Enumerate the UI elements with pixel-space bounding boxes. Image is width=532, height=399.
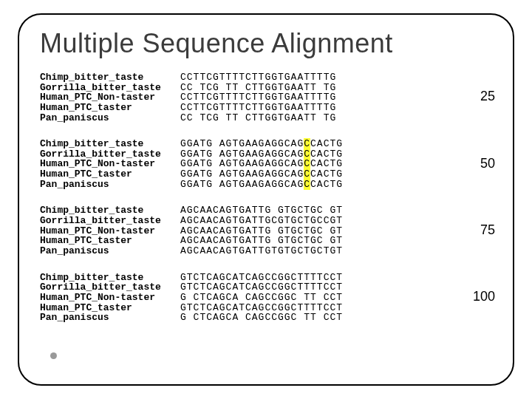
sequence-name: Chimp_bitter_taste — [40, 205, 180, 216]
alignment-row: Gorrilla_bitter_tasteGGATG AGTGAAGAGGCAG… — [40, 149, 492, 160]
sequence-name: Human_PTC_taster — [40, 169, 180, 180]
sequence-name: Human_PTC_Non-taster — [40, 226, 180, 236]
alignment-row: Human_PTC_Non-tasterCCTTCGTTTTCTTGGTGAAT… — [40, 92, 492, 103]
slide: Multiple Sequence Alignment Chimp_bitter… — [0, 0, 532, 399]
sequence-bases: G CTCAGCA CAGCCGGC TT CCT — [180, 313, 343, 323]
position-number: 100 — [473, 290, 495, 304]
sequence-bases: GGATG AGTGAAGAGGCAGCCACTG — [180, 180, 343, 190]
sequence-bases: CC TCG TT CTTGGTGAATT TG — [180, 83, 336, 93]
alignment-row: Gorrilla_bitter_tasteGTCTCAGCATCAGCCGGCT… — [40, 282, 492, 293]
sequence-bases: GGATG AGTGAAGAGGCAGCCACTG — [180, 169, 343, 180]
sequence-name: Pan_paniscus — [40, 246, 180, 256]
sequence-bases: GTCTCAGCATCAGCCGGCTTTTCCT — [180, 282, 343, 293]
alignment-row: Human_PTC_tasterAGCAACAGTGATTG GTGCTGC G… — [40, 236, 492, 246]
sequence-name: Chimp_bitter_taste — [40, 139, 180, 149]
highlighted-base: C — [304, 168, 310, 180]
sequence-name: Human_PTC_taster — [40, 303, 180, 313]
sequence-name: Gorrilla_bitter_taste — [40, 149, 180, 160]
sequence-name: Chimp_bitter_taste — [40, 72, 180, 83]
sequence-bases: G CTCAGCA CAGCCGGC TT CCT — [180, 293, 343, 303]
position-number: 25 — [480, 89, 495, 103]
sequence-bases: AGCAACAGTGATTG GTGCTGC GT — [180, 236, 343, 246]
alignment-row: Chimp_bitter_tasteAGCAACAGTGATTG GTGCTGC… — [40, 205, 492, 216]
sequence-name: Pan_paniscus — [40, 180, 180, 190]
alignment-row: Human_PTC_Non-tasterGGATG AGTGAAGAGGCAGC… — [40, 159, 492, 169]
alignment-row: Gorrilla_bitter_tasteAGCAACAGTGATTGCGTGC… — [40, 216, 492, 226]
sequence-name: Gorrilla_bitter_taste — [40, 282, 180, 293]
sequence-bases: GGATG AGTGAAGAGGCAGCCACTG — [180, 159, 343, 169]
sequence-bases: AGCAACAGTGATTGTGTGCTGCTGT — [180, 246, 343, 256]
sequence-name: Gorrilla_bitter_taste — [40, 83, 180, 93]
sequence-bases: GTCTCAGCATCAGCCGGCTTTTCCT — [180, 273, 343, 283]
sequence-name: Gorrilla_bitter_taste — [40, 216, 180, 226]
alignment-row: Pan_paniscusG CTCAGCA CAGCCGGC TT CCT — [40, 313, 492, 323]
sequence-bases: GGATG AGTGAAGAGGCAGCCACTG — [180, 139, 343, 149]
alignment-block: Chimp_bitter_tasteGGATG AGTGAAGAGGCAGCCA… — [40, 139, 492, 189]
alignment-row: Chimp_bitter_tasteCCTTCGTTTTCTTGGTGAATTT… — [40, 72, 492, 83]
slide-title: Multiple Sequence Alignment — [40, 28, 492, 59]
sequence-bases: AGCAACAGTGATTG GTGCTGC GT — [180, 226, 343, 236]
sequence-name: Pan_paniscus — [40, 313, 180, 323]
alignment-view: Chimp_bitter_tasteCCTTCGTTTTCTTGGTGAATTT… — [40, 72, 492, 323]
position-number: 75 — [480, 223, 495, 237]
sequence-bases: CCTTCGTTTTCTTGGTGAATTTTG — [180, 92, 336, 103]
slide-frame: Multiple Sequence Alignment Chimp_bitter… — [18, 13, 514, 386]
alignment-row: Pan_paniscusCC TCG TT CTTGGTGAATT TG — [40, 113, 492, 123]
alignment-row: Human_PTC_tasterCCTTCGTTTTCTTGGTGAATTTTG — [40, 103, 492, 113]
alignment-row: Human_PTC_Non-tasterG CTCAGCA CAGCCGGC T… — [40, 293, 492, 303]
alignment-row: Human_PTC_tasterGTCTCAGCATCAGCCGGCTTTTCC… — [40, 303, 492, 313]
bullet-dot — [50, 352, 57, 359]
sequence-name: Pan_paniscus — [40, 113, 180, 123]
alignment-row: Chimp_bitter_tasteGGATG AGTGAAGAGGCAGCCA… — [40, 139, 492, 149]
alignment-block: Chimp_bitter_tasteCCTTCGTTTTCTTGGTGAATTT… — [40, 72, 492, 123]
sequence-name: Human_PTC_Non-taster — [40, 293, 180, 303]
alignment-row: Human_PTC_Non-tasterAGCAACAGTGATTG GTGCT… — [40, 226, 492, 236]
sequence-bases: CC TCG TT CTTGGTGAATT TG — [180, 113, 336, 123]
position-number: 50 — [480, 157, 495, 171]
alignment-row: Pan_paniscusAGCAACAGTGATTGTGTGCTGCTGT — [40, 246, 492, 256]
sequence-name: Human_PTC_Non-taster — [40, 159, 180, 169]
sequence-name: Human_PTC_Non-taster — [40, 92, 180, 103]
sequence-bases: GTCTCAGCATCAGCCGGCTTTTCCT — [180, 303, 343, 313]
sequence-name: Human_PTC_taster — [40, 103, 180, 113]
sequence-bases: CCTTCGTTTTCTTGGTGAATTTTG — [180, 72, 336, 83]
sequence-bases: CCTTCGTTTTCTTGGTGAATTTTG — [180, 103, 336, 113]
alignment-row: Pan_paniscusGGATG AGTGAAGAGGCAGCCACTG — [40, 180, 492, 190]
alignment-block: Chimp_bitter_tasteGTCTCAGCATCAGCCGGCTTTT… — [40, 273, 492, 323]
alignment-block: Chimp_bitter_tasteAGCAACAGTGATTG GTGCTGC… — [40, 205, 492, 256]
highlighted-base: C — [304, 179, 310, 190]
alignment-row: Gorrilla_bitter_tasteCC TCG TT CTTGGTGAA… — [40, 83, 492, 93]
sequence-name: Chimp_bitter_taste — [40, 273, 180, 283]
highlighted-base: C — [304, 138, 310, 149]
sequence-bases: GGATG AGTGAAGAGGCAGCCACTG — [180, 149, 343, 160]
sequence-bases: AGCAACAGTGATTGCGTGCTGCCGT — [180, 216, 343, 226]
alignment-row: Human_PTC_tasterGGATG AGTGAAGAGGCAGCCACT… — [40, 169, 492, 180]
sequence-bases: AGCAACAGTGATTG GTGCTGC GT — [180, 205, 343, 216]
alignment-row: Chimp_bitter_tasteGTCTCAGCATCAGCCGGCTTTT… — [40, 273, 492, 283]
sequence-name: Human_PTC_taster — [40, 236, 180, 246]
